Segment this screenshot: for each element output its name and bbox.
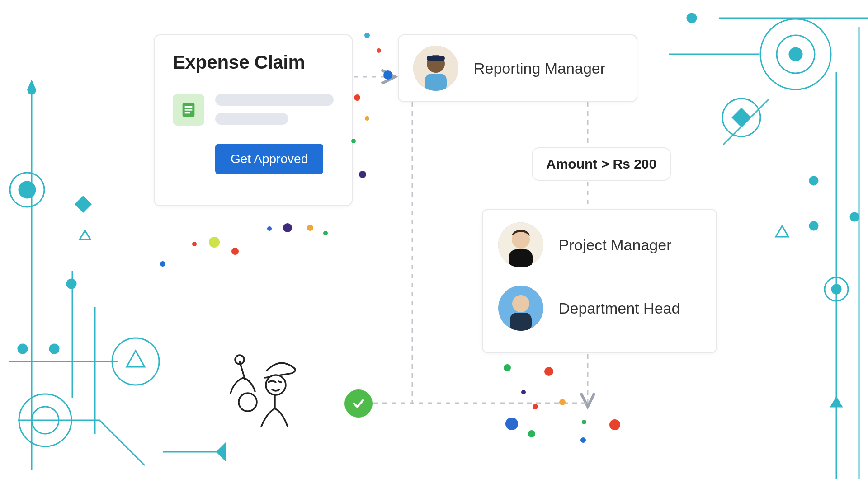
confetti-dot bbox=[609, 419, 620, 430]
svg-rect-37 bbox=[185, 109, 193, 110]
avatar bbox=[413, 46, 458, 91]
confetti-dot bbox=[359, 171, 366, 178]
expense-claim-title: Expense Claim bbox=[173, 52, 334, 73]
condition-chip: Amount > Rs 200 bbox=[532, 147, 671, 181]
svg-rect-42 bbox=[425, 74, 447, 91]
confetti-dot bbox=[267, 226, 272, 231]
avatar bbox=[498, 222, 543, 267]
approver-row: Department Head bbox=[498, 286, 701, 331]
confetti-dot bbox=[528, 430, 535, 437]
svg-rect-45 bbox=[509, 249, 533, 267]
success-check-icon bbox=[344, 389, 373, 418]
confetti-dot bbox=[559, 399, 566, 405]
document-icon bbox=[173, 94, 204, 126]
confetti-dot bbox=[377, 48, 381, 53]
svg-point-51 bbox=[239, 393, 257, 411]
confetti-dot bbox=[505, 418, 518, 430]
confetti-dot bbox=[283, 223, 292, 232]
reporting-manager-label: Reporting Manager bbox=[474, 60, 605, 77]
svg-point-47 bbox=[512, 295, 529, 312]
confetti-dot bbox=[533, 404, 538, 409]
confetti-dot bbox=[521, 390, 526, 394]
svg-rect-36 bbox=[185, 106, 193, 108]
confetti-dot bbox=[365, 116, 369, 121]
confetti-dot bbox=[192, 242, 197, 246]
form-placeholder-lines bbox=[215, 94, 334, 125]
confetti-dot bbox=[364, 33, 370, 38]
confetti-dot bbox=[383, 70, 392, 80]
confetti-dot bbox=[582, 420, 586, 424]
project-manager-label: Project Manager bbox=[559, 236, 671, 254]
confetti-dot bbox=[231, 248, 239, 255]
confetti-dot bbox=[354, 94, 360, 101]
approver-row: Project Manager bbox=[498, 222, 701, 267]
svg-rect-41 bbox=[427, 56, 445, 61]
people-illustration bbox=[222, 352, 321, 470]
reporting-manager-card: Reporting Manager bbox=[398, 34, 637, 102]
approvers-card: Project Manager Department Head bbox=[482, 209, 717, 353]
department-head-label: Department Head bbox=[559, 300, 680, 317]
svg-point-49 bbox=[266, 375, 286, 395]
get-approved-button[interactable]: Get Approved bbox=[215, 144, 323, 174]
confetti-dot bbox=[307, 225, 313, 231]
confetti-dot bbox=[160, 261, 165, 267]
confetti-dot bbox=[323, 231, 328, 235]
confetti-dot bbox=[544, 367, 553, 376]
svg-rect-48 bbox=[510, 313, 532, 331]
avatar bbox=[498, 286, 543, 331]
confetti-dot bbox=[580, 437, 586, 443]
workflow-canvas: Expense Claim Get Approved Reporting Man… bbox=[0, 0, 868, 488]
confetti-dot bbox=[504, 364, 511, 371]
confetti-dot bbox=[209, 237, 220, 248]
svg-rect-38 bbox=[185, 112, 190, 113]
expense-claim-card: Expense Claim Get Approved bbox=[154, 34, 353, 206]
confetti-dot bbox=[351, 139, 356, 143]
